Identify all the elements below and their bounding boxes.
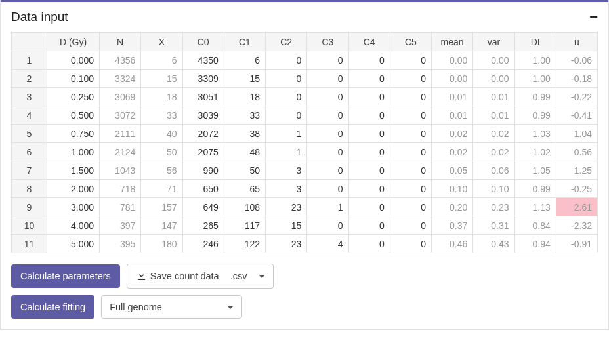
data-cell[interactable]: 0.500: [47, 106, 100, 125]
data-cell[interactable]: 0: [307, 216, 348, 235]
data-cell[interactable]: 0: [266, 106, 307, 125]
data-cell[interactable]: 265: [182, 216, 224, 235]
data-cell[interactable]: 990: [182, 161, 224, 180]
data-cell[interactable]: 0.43: [473, 235, 514, 253]
data-cell[interactable]: 3: [266, 180, 307, 198]
data-cell[interactable]: 1.03: [514, 125, 556, 143]
data-cell[interactable]: -0.25: [556, 180, 597, 198]
data-cell[interactable]: 147: [141, 216, 182, 235]
fitting-type-select[interactable]: Full genome: [101, 295, 242, 319]
data-cell[interactable]: 0: [348, 70, 390, 88]
data-cell[interactable]: 122: [224, 235, 265, 253]
data-cell[interactable]: 4356: [100, 51, 141, 70]
data-cell[interactable]: 0.100: [47, 70, 100, 88]
data-cell[interactable]: 0.750: [47, 125, 100, 143]
data-cell[interactable]: 0: [307, 125, 348, 143]
data-cell[interactable]: 0.02: [432, 125, 473, 143]
data-cell[interactable]: 0: [307, 88, 348, 106]
data-cell[interactable]: 650: [182, 180, 224, 198]
data-cell[interactable]: 3039: [182, 106, 224, 125]
data-cell[interactable]: 0.23: [473, 198, 514, 216]
data-cell[interactable]: 23: [266, 235, 307, 253]
data-cell[interactable]: 397: [100, 216, 141, 235]
data-cell[interactable]: 15: [224, 70, 265, 88]
data-cell[interactable]: 0: [348, 180, 390, 198]
data-cell[interactable]: 0.20: [432, 198, 473, 216]
data-cell[interactable]: 0.06: [473, 161, 514, 180]
data-cell[interactable]: 1.13: [514, 198, 556, 216]
data-cell[interactable]: -2.32: [556, 216, 597, 235]
data-cell[interactable]: 0: [348, 88, 390, 106]
data-cell[interactable]: 6: [224, 51, 265, 70]
data-cell[interactable]: 0.02: [473, 125, 514, 143]
data-cell[interactable]: 33: [224, 106, 265, 125]
data-cell[interactable]: -0.18: [556, 70, 597, 88]
data-cell[interactable]: 1: [266, 143, 307, 161]
data-cell[interactable]: 1.04: [556, 125, 597, 143]
data-cell[interactable]: 0: [390, 106, 431, 125]
save-count-data-button[interactable]: Save count data: [127, 264, 229, 289]
data-cell[interactable]: 1.02: [514, 143, 556, 161]
data-cell[interactable]: 0: [348, 216, 390, 235]
data-cell[interactable]: 0: [348, 161, 390, 180]
data-cell[interactable]: 0.37: [432, 216, 473, 235]
data-cell[interactable]: 3.000: [47, 198, 100, 216]
data-cell[interactable]: 65: [224, 180, 265, 198]
data-cell[interactable]: 2075: [182, 143, 224, 161]
data-cell[interactable]: 0.01: [473, 106, 514, 125]
data-cell[interactable]: 2072: [182, 125, 224, 143]
data-cell[interactable]: 0: [348, 198, 390, 216]
data-cell[interactable]: 0: [307, 106, 348, 125]
data-cell[interactable]: 23: [266, 198, 307, 216]
data-cell[interactable]: 0: [307, 70, 348, 88]
data-cell[interactable]: 395: [100, 235, 141, 253]
data-cell[interactable]: 0: [307, 180, 348, 198]
data-cell[interactable]: 4.000: [47, 216, 100, 235]
data-cell[interactable]: 0: [307, 51, 348, 70]
save-format-select[interactable]: .csv: [222, 264, 274, 289]
data-cell[interactable]: 2111: [100, 125, 141, 143]
data-cell[interactable]: 0.00: [473, 70, 514, 88]
collapse-icon[interactable]: −: [589, 10, 598, 24]
data-cell[interactable]: 48: [224, 143, 265, 161]
data-cell[interactable]: 0: [348, 235, 390, 253]
data-cell[interactable]: 0: [266, 70, 307, 88]
data-cell[interactable]: 0: [390, 70, 431, 88]
data-cell[interactable]: 15: [141, 70, 182, 88]
data-cell[interactable]: 0.00: [432, 51, 473, 70]
data-cell[interactable]: 38: [224, 125, 265, 143]
data-cell[interactable]: 33: [141, 106, 182, 125]
data-cell[interactable]: 0.31: [473, 216, 514, 235]
data-cell[interactable]: 0: [390, 198, 431, 216]
data-cell[interactable]: 0.250: [47, 88, 100, 106]
data-cell[interactable]: 0.02: [432, 143, 473, 161]
data-cell[interactable]: 1.25: [556, 161, 597, 180]
data-cell[interactable]: -0.22: [556, 88, 597, 106]
data-cell[interactable]: 0: [390, 125, 431, 143]
data-cell[interactable]: 2.000: [47, 180, 100, 198]
data-cell[interactable]: 0: [390, 180, 431, 198]
data-cell[interactable]: -0.91: [556, 235, 597, 253]
data-cell[interactable]: 0: [390, 216, 431, 235]
data-cell[interactable]: 0: [390, 143, 431, 161]
data-cell[interactable]: 0: [307, 161, 348, 180]
data-cell[interactable]: 1: [307, 198, 348, 216]
data-cell[interactable]: 3: [266, 161, 307, 180]
data-cell[interactable]: 0.56: [556, 143, 597, 161]
data-cell[interactable]: 718: [100, 180, 141, 198]
data-cell[interactable]: 3324: [100, 70, 141, 88]
data-cell[interactable]: 15: [266, 216, 307, 235]
data-cell[interactable]: -0.41: [556, 106, 597, 125]
data-cell[interactable]: 0: [348, 125, 390, 143]
data-cell[interactable]: 0: [390, 88, 431, 106]
data-cell[interactable]: 0.84: [514, 216, 556, 235]
data-cell[interactable]: 157: [141, 198, 182, 216]
data-cell[interactable]: 1.05: [514, 161, 556, 180]
data-cell[interactable]: 6: [141, 51, 182, 70]
data-cell[interactable]: 0.46: [432, 235, 473, 253]
data-cell[interactable]: 781: [100, 198, 141, 216]
data-cell[interactable]: 1: [266, 125, 307, 143]
data-cell[interactable]: 0: [348, 51, 390, 70]
data-cell[interactable]: 1.000: [47, 143, 100, 161]
data-cell[interactable]: 5.000: [47, 235, 100, 253]
